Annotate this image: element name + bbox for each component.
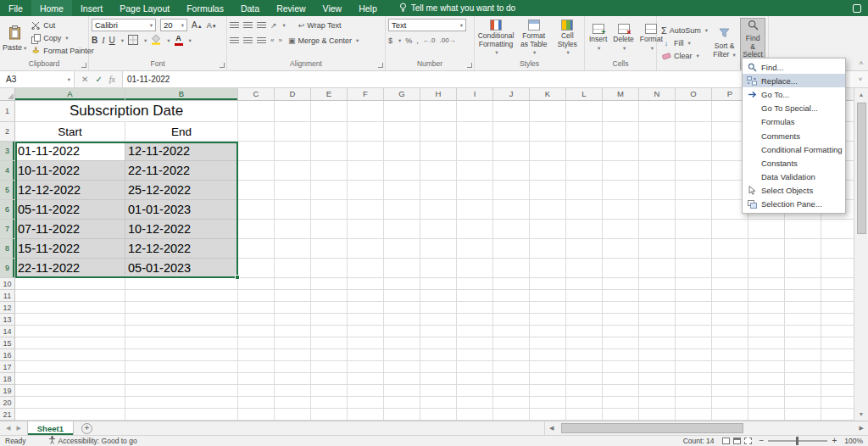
scroll-up-icon[interactable]: ▲ bbox=[854, 88, 868, 101]
cell-K8[interactable] bbox=[530, 239, 566, 259]
cell-M3[interactable] bbox=[603, 142, 639, 161]
cell-F7[interactable] bbox=[348, 220, 384, 239]
cell-G4[interactable] bbox=[384, 161, 420, 181]
cell-A2[interactable]: Start bbox=[15, 122, 125, 142]
column-header-C[interactable]: C bbox=[238, 88, 275, 101]
cell-S15[interactable] bbox=[821, 337, 854, 349]
page-break-view-icon[interactable] bbox=[744, 438, 752, 444]
collapse-ribbon-icon[interactable]: ^ bbox=[860, 60, 863, 69]
cell-O12[interactable] bbox=[676, 302, 712, 314]
cell-D12[interactable] bbox=[275, 302, 311, 314]
new-sheet-button[interactable]: + bbox=[81, 423, 92, 434]
row-header-17[interactable]: 17 bbox=[0, 361, 15, 373]
cell-E14[interactable] bbox=[311, 326, 348, 337]
cell-E16[interactable] bbox=[311, 349, 348, 361]
delete-cells-button[interactable]: × Delete▾ bbox=[611, 18, 636, 59]
cell-H6[interactable] bbox=[420, 200, 457, 220]
cell-F19[interactable] bbox=[348, 385, 384, 397]
cell-I13[interactable] bbox=[457, 314, 493, 326]
align-left-icon[interactable] bbox=[230, 37, 239, 44]
cell-O13[interactable] bbox=[676, 314, 712, 326]
cell-H2[interactable] bbox=[420, 122, 457, 142]
cell-G1[interactable] bbox=[384, 101, 420, 122]
cell-E8[interactable] bbox=[311, 239, 348, 259]
cell-S13[interactable] bbox=[821, 314, 854, 326]
cell-M1[interactable] bbox=[603, 101, 639, 122]
cell-L11[interactable] bbox=[566, 290, 603, 302]
cell-P21[interactable] bbox=[712, 409, 748, 421]
cell-J10[interactable] bbox=[493, 278, 530, 290]
cell-O21[interactable] bbox=[676, 409, 712, 421]
cell-K18[interactable] bbox=[530, 373, 566, 385]
cell-R19[interactable] bbox=[785, 385, 821, 397]
cell-K4[interactable] bbox=[530, 161, 566, 181]
cell-styles-button[interactable]: Cell Styles ▾ bbox=[553, 18, 581, 59]
cell-I20[interactable] bbox=[457, 397, 493, 409]
tab-view[interactable]: View bbox=[314, 0, 351, 16]
cell-P12[interactable] bbox=[712, 302, 748, 314]
row-header-3[interactable]: 3 bbox=[0, 142, 15, 161]
cell-S7[interactable] bbox=[821, 220, 854, 239]
cell-C5[interactable] bbox=[238, 181, 275, 200]
cell-O8[interactable] bbox=[676, 239, 712, 259]
cell-C3[interactable] bbox=[238, 142, 275, 161]
cell-Q8[interactable] bbox=[748, 239, 785, 259]
cell-O14[interactable] bbox=[676, 326, 712, 337]
cell-L20[interactable] bbox=[566, 397, 603, 409]
cell-S16[interactable] bbox=[821, 349, 854, 361]
cell-H14[interactable] bbox=[420, 326, 457, 337]
cell-J13[interactable] bbox=[493, 314, 530, 326]
cell-R14[interactable] bbox=[785, 326, 821, 337]
cell-I5[interactable] bbox=[457, 181, 493, 200]
align-top-icon[interactable] bbox=[230, 22, 239, 29]
align-bottom-icon[interactable] bbox=[257, 22, 266, 29]
cell-D8[interactable] bbox=[275, 239, 311, 259]
tab-insert[interactable]: Insert bbox=[72, 0, 111, 16]
borders-icon[interactable] bbox=[128, 35, 138, 47]
cell-B11[interactable] bbox=[125, 290, 238, 302]
cell-C18[interactable] bbox=[238, 373, 275, 385]
font-dialog-launcher[interactable] bbox=[220, 63, 225, 68]
cell-C21[interactable] bbox=[238, 409, 275, 421]
cell-O6[interactable] bbox=[676, 200, 712, 220]
cell-B8[interactable]: 12-12-2022 bbox=[125, 239, 238, 259]
menu-item-comments[interactable]: Comments bbox=[743, 129, 845, 142]
vertical-scroll-thumb[interactable] bbox=[857, 103, 866, 234]
cell-K11[interactable] bbox=[530, 290, 566, 302]
cell-S21[interactable] bbox=[821, 409, 854, 421]
cell-G7[interactable] bbox=[384, 220, 420, 239]
cell-J2[interactable] bbox=[493, 122, 530, 142]
cell-F16[interactable] bbox=[348, 349, 384, 361]
cell-E9[interactable] bbox=[311, 259, 348, 278]
cell-R18[interactable] bbox=[785, 373, 821, 385]
cell-B3[interactable]: 12-11-2022 bbox=[125, 142, 238, 161]
cell-I1[interactable] bbox=[457, 101, 493, 122]
cell-O19[interactable] bbox=[676, 385, 712, 397]
cell-D16[interactable] bbox=[275, 349, 311, 361]
cell-I6[interactable] bbox=[457, 200, 493, 220]
font-size-select[interactable]: 20▾ bbox=[160, 19, 187, 31]
name-box[interactable]: A3 ▾ bbox=[0, 71, 75, 87]
tab-formulas[interactable]: Formulas bbox=[178, 0, 232, 16]
cell-L10[interactable] bbox=[566, 278, 603, 290]
cell-Q9[interactable] bbox=[748, 259, 785, 278]
cell-O11[interactable] bbox=[676, 290, 712, 302]
cell-A6[interactable]: 05-11-2022 bbox=[15, 200, 125, 220]
cell-C16[interactable] bbox=[238, 349, 275, 361]
cell-P15[interactable] bbox=[712, 337, 748, 349]
cell-A17[interactable] bbox=[15, 361, 125, 373]
cell-E10[interactable] bbox=[311, 278, 348, 290]
cell-N15[interactable] bbox=[639, 337, 676, 349]
clipboard-dialog-launcher[interactable] bbox=[81, 63, 86, 68]
cell-G10[interactable] bbox=[384, 278, 420, 290]
cell-M5[interactable] bbox=[603, 181, 639, 200]
cell-J18[interactable] bbox=[493, 373, 530, 385]
cell-G8[interactable] bbox=[384, 239, 420, 259]
cell-M15[interactable] bbox=[603, 337, 639, 349]
cell-F15[interactable] bbox=[348, 337, 384, 349]
cell-A7[interactable]: 07-11-2022 bbox=[15, 220, 125, 239]
cell-G11[interactable] bbox=[384, 290, 420, 302]
cell-E18[interactable] bbox=[311, 373, 348, 385]
cell-L15[interactable] bbox=[566, 337, 603, 349]
fill-color-icon[interactable] bbox=[151, 34, 161, 47]
